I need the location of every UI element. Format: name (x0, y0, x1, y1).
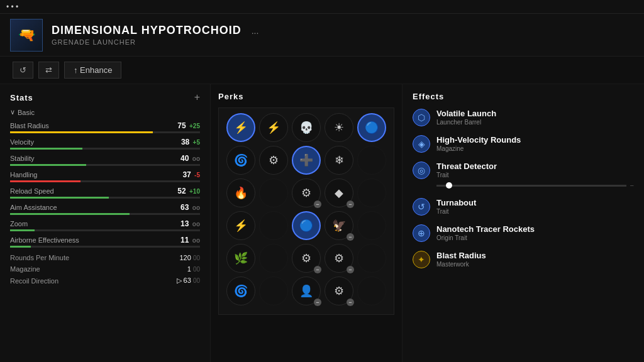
perks-panel: Perks ⚡ ⚡ 💀 ☀ 🔵 🌀 ⚙ ➕ ❄ 🔥 ⚙− (211, 84, 402, 362)
effects-panel: Effects ⬡ Volatile Launch Launcher Barre… (402, 84, 644, 362)
stat-bar (10, 229, 200, 231)
perk-slot[interactable]: 👤− (292, 277, 321, 305)
weapon-info: DIMENSIONAL HYPOTROCHOID ... GRENADE LAU… (52, 24, 258, 46)
perk-slot[interactable]: 🌀 (226, 146, 255, 175)
main-layout: Stats + ∨ Basic Blast Radius 75 +25 Velo… (0, 84, 644, 362)
perk-slot[interactable]: ⚙− (325, 277, 353, 305)
weapon-type: GRENADE LAUNCHER (52, 38, 258, 46)
perk-slot[interactable]: ❄ (325, 146, 353, 175)
perk-slot[interactable]: ⚡ (259, 113, 288, 142)
stat-value: ▷ 63 00 (177, 277, 200, 285)
perk-slot[interactable]: ◆− (325, 178, 353, 207)
effect-item: ◈ High-Velocity Rounds Magazine (413, 135, 634, 153)
effect-text: Turnabout Trait (436, 198, 476, 215)
effect-type: Origin Trait (436, 234, 535, 241)
perk-slot[interactable]: ⚡ (226, 211, 255, 240)
stat-label: Stability (10, 155, 35, 162)
effect-text: Nanotech Tracer Rockets Origin Trait (436, 224, 535, 241)
stat-bar (10, 131, 200, 133)
stat-value: 52 +10 (177, 187, 200, 195)
perk-slot (357, 244, 386, 273)
effect-name: High-Velocity Rounds (436, 135, 521, 145)
effect-type: Launcher Barrel (436, 119, 496, 126)
perk-slot (259, 211, 288, 240)
top-bar: • • • (0, 0, 644, 14)
effect-icon: ⊕ (413, 224, 430, 242)
stat-label: Aim Assistance (10, 204, 57, 211)
perk-slot[interactable]: ⚙− (292, 244, 321, 273)
perk-slot (259, 244, 288, 273)
effect-item: ↺ Turnabout Trait (413, 198, 634, 216)
perk-slot[interactable]: ⚙ (259, 146, 288, 175)
effect-text: Threat Detector Trait (436, 162, 497, 178)
stat-label: Blast Radius (10, 122, 49, 129)
stats-panel: Stats + ∨ Basic Blast Radius 75 +25 Velo… (0, 84, 211, 362)
perks-row-4: ⚡ 🔵 🦅− (224, 211, 389, 240)
stat-label: Recoil Direction (10, 277, 58, 285)
simple-stats: Rounds Per Minute 120 00 Magazine 1 00 R… (10, 252, 200, 287)
effect-icon: ⬡ (413, 109, 430, 126)
stat-value: 1 00 (187, 265, 200, 273)
stat-row: Handling 37 -5 (10, 170, 200, 182)
stat-row-simple: Rounds Per Minute 120 00 (10, 252, 200, 263)
stats-expand-button[interactable]: + (194, 92, 200, 103)
perks-grid: ⚡ ⚡ 💀 ☀ 🔵 🌀 ⚙ ➕ ❄ 🔥 ⚙− ◆− (218, 107, 394, 315)
effect-type: Magazine (436, 145, 521, 152)
effect-item: ⊕ Nanotech Tracer Rockets Origin Trait (413, 224, 634, 242)
action-bar: ↺ ⇄ ↑ Enhance (0, 57, 644, 84)
section-basic: ∨ Basic (10, 108, 200, 116)
perk-slot[interactable]: 🔥 (226, 178, 255, 207)
perks-title: Perks (218, 92, 394, 101)
effect-name: Threat Detector (436, 162, 497, 171)
effect-icon: ↺ (413, 198, 430, 216)
stat-value: 37 -5 (182, 170, 200, 179)
stat-row: Reload Speed 52 +10 (10, 187, 200, 199)
effect-slider[interactable]: − (436, 182, 634, 189)
stat-row: Airborne Effectiveness 11 oo (10, 236, 200, 248)
perk-slot[interactable]: 🔵 (357, 113, 386, 142)
stat-value: 11 oo (180, 236, 200, 244)
stat-bar (10, 148, 200, 150)
effects-list: ⬡ Volatile Launch Launcher Barrel ◈ High… (413, 109, 634, 268)
effect-text: Blast Radius Masterwork (436, 251, 486, 268)
perk-slot[interactable]: 🦅− (325, 211, 353, 240)
effect-icon: ◈ (413, 135, 430, 153)
enhance-button[interactable]: ↑ Enhance (64, 62, 121, 79)
stat-bar (10, 164, 200, 166)
perk-slot[interactable]: 🌿 (226, 244, 255, 273)
perk-slot (357, 211, 386, 240)
undo-button[interactable]: ↺ (13, 62, 33, 79)
effect-text: Volatile Launch Launcher Barrel (436, 109, 496, 126)
stat-value: 38 +5 (181, 138, 200, 146)
weapon-menu-button[interactable]: ... (252, 26, 259, 36)
stat-label: Magazine (10, 265, 40, 273)
perk-slot[interactable]: ⚙− (325, 244, 353, 273)
stat-bar (10, 180, 200, 182)
weapon-name: DIMENSIONAL HYPOTROCHOID (52, 24, 242, 37)
perk-slot[interactable]: 🌀 (226, 277, 255, 305)
perks-row-1: ⚡ ⚡ 💀 ☀ 🔵 (224, 113, 389, 142)
effect-item: ◎ Threat Detector Trait − (413, 162, 634, 189)
perks-row-6: 🌀 👤− ⚙− (224, 277, 389, 305)
stat-row: Velocity 38 +5 (10, 138, 200, 150)
bar-stats: Blast Radius 75 +25 Velocity 38 +5 Stabi… (10, 121, 200, 248)
weapon-icon: 🔫 (10, 19, 43, 52)
perk-slot[interactable]: 💀 (292, 113, 321, 142)
perk-slot[interactable]: ⚙− (292, 178, 321, 207)
perk-slot[interactable]: ⚡ (226, 113, 255, 142)
stat-row: Blast Radius 75 +25 (10, 121, 200, 133)
effect-icon: ◎ (413, 162, 430, 179)
stat-value: 13 oo (180, 219, 200, 228)
perk-slot[interactable]: ☀ (325, 113, 353, 142)
perk-slot[interactable]: 🔵 (292, 211, 321, 240)
stat-label: Zoom (10, 220, 28, 228)
stat-row-simple: Recoil Direction ▷ 63 00 (10, 275, 200, 287)
perk-slot (357, 277, 386, 305)
shuffle-button[interactable]: ⇄ (38, 62, 59, 79)
perk-slot[interactable]: ➕ (292, 146, 321, 175)
effect-text: High-Velocity Rounds Magazine (436, 135, 521, 152)
stat-label: Rounds Per Minute (10, 254, 69, 261)
top-bar-dots: • • • (6, 3, 18, 11)
effect-type: Masterwork (436, 261, 486, 268)
effect-type: Trait (436, 172, 497, 178)
